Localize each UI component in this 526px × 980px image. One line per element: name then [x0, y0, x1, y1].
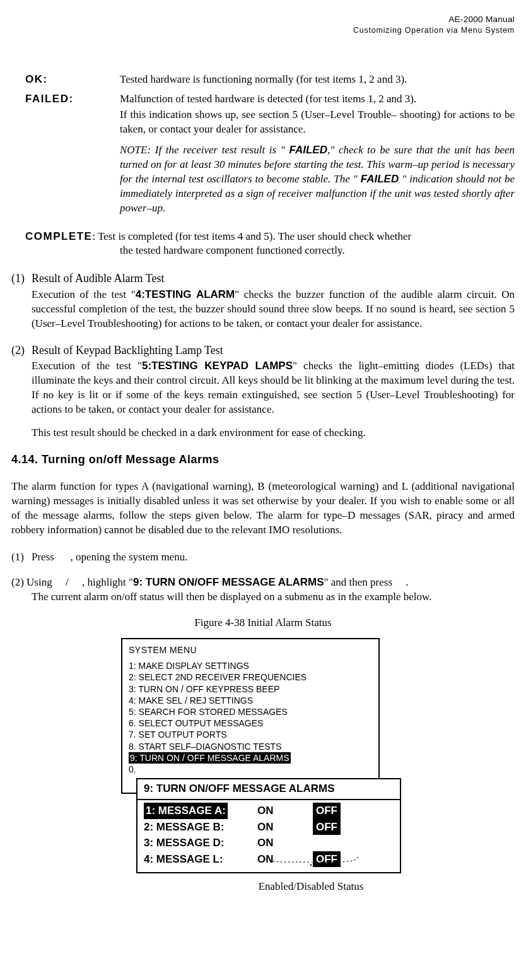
- sub1-head: (1)Result of Audible Alarm Test: [11, 271, 515, 286]
- sys-item-6: 6. SELECT OUTPUT MESSAGES: [129, 717, 372, 729]
- def-failed-body2: If this indication shows up, see section…: [120, 108, 515, 137]
- figure-wrap: SYSTEM MENU 1: MAKE DISPLAY SETTINGS 2: …: [11, 638, 515, 794]
- msg-b-on: ON: [257, 819, 308, 835]
- alarm-submenu-title: 9: TURN ON/OFF MESSAGE ALARMS: [137, 779, 400, 800]
- header-line2: Customizing Operation via Menu System: [11, 25, 515, 36]
- sub2-body: Execution of the test "5:TESTING KEYPAD …: [32, 359, 515, 417]
- def-complete-line1: COMPLETE: Test is completed (for test it…: [25, 230, 515, 244]
- brace-wrap: Enabled/Disabled Status: [238, 855, 383, 894]
- brace-label: Enabled/Disabled Status: [238, 880, 383, 894]
- def-ok: OK: Tested hardware is functioning norma…: [25, 73, 515, 87]
- msg-a-label: 1: MESSAGE A:: [144, 803, 257, 819]
- system-menu-title: SYSTEM MENU: [122, 639, 378, 660]
- definitions-block: OK: Tested hardware is functioning norma…: [25, 73, 515, 215]
- section-414-para: The alarm function for types A (navigati…: [11, 480, 515, 538]
- msg-row-b: 2: MESSAGE B: ON OFF: [144, 819, 394, 835]
- subsection-1: (1)Result of Audible Alarm Test Executio…: [11, 271, 515, 331]
- def-ok-body: Tested hardware is functioning normally …: [120, 73, 515, 87]
- step-2-line2: The current alarm on/off status will the…: [32, 590, 515, 605]
- def-failed-note: NOTE: If the receiver test result is " F…: [120, 143, 515, 216]
- sys-item-3: 3: TURN ON / OFF KEYPRESS BEEP: [129, 683, 372, 695]
- msg-b-label: 2: MESSAGE B:: [144, 819, 257, 835]
- def-failed-term: FAILED:: [25, 92, 120, 107]
- msg-a-on: ON: [257, 803, 308, 819]
- section-title-414: 4.14. Turning on/off Message Alarms: [11, 452, 515, 467]
- sys-item-5: 5: SEARCH FOR STORED MESSAGES: [129, 706, 372, 717]
- msg-row-a: 1: MESSAGE A: ON OFF: [144, 803, 394, 819]
- def-ok-term: OK:: [25, 73, 120, 87]
- system-menu: SYSTEM MENU 1: MAKE DISPLAY SETTINGS 2: …: [121, 638, 380, 794]
- brace-icon: [260, 855, 361, 869]
- msg-d-on: ON: [257, 835, 308, 851]
- system-menu-items: 1: MAKE DISPLAY SETTINGS 2: SELECT 2ND R…: [122, 660, 378, 793]
- def-failed-body1: Malfunction of tested hardware is detect…: [120, 92, 515, 107]
- sys-item-7: 7. SET OUTPUT PORTS: [129, 729, 372, 740]
- msg-d-label: 3: MESSAGE D:: [144, 835, 257, 851]
- sys-item-0: 0.: [129, 764, 372, 775]
- def-complete: COMPLETE: Test is completed (for test it…: [25, 230, 515, 259]
- sys-item-2: 2: SELECT 2ND RECEIVER FREQUENCIES: [129, 671, 372, 683]
- sub1-body: Execution of the test "4:TESTING ALARM" …: [32, 288, 515, 331]
- sys-item-9: 9: TURN ON / OFF MESSAGE ALARMS: [129, 752, 372, 764]
- sys-item-1: 1: MAKE DISPLAY SETTINGS: [129, 660, 372, 671]
- page-header: AE-2000 Manual Customizing Operation via…: [11, 14, 515, 36]
- sub2-extra: This test result should be checked in a …: [32, 426, 515, 440]
- msg-b-off: OFF: [308, 819, 346, 835]
- step-1: (1)Press , opening the system menu.: [11, 550, 515, 565]
- figure-caption: Figure 4-38 Initial Alarm Status: [11, 616, 515, 630]
- sys-item-8: 8. START SELF–DIAGNOSTIC TESTS: [129, 741, 372, 752]
- def-complete-line2: the tested hardware component functioned…: [120, 244, 515, 258]
- msg-a-off: OFF: [308, 803, 346, 819]
- msg-row-d: 3: MESSAGE D: ON: [144, 835, 394, 851]
- menu-outer: SYSTEM MENU 1: MAKE DISPLAY SETTINGS 2: …: [121, 638, 405, 794]
- step-2-line1: (2) Using / , highlight "9: TURN ON/OFF …: [11, 576, 515, 590]
- subsection-2: (2)Result of Keypad Backlighting Lamp Te…: [11, 343, 515, 440]
- sys-item-4: 4: MAKE SEL / REJ SETTINGS: [129, 695, 372, 706]
- def-failed: FAILED: Malfunction of tested hardware i…: [25, 92, 515, 107]
- header-line1: AE-2000 Manual: [11, 14, 515, 25]
- sub2-head: (2)Result of Keypad Backlighting Lamp Te…: [11, 343, 515, 358]
- step-2: (2) Using / , highlight "9: TURN ON/OFF …: [11, 576, 515, 605]
